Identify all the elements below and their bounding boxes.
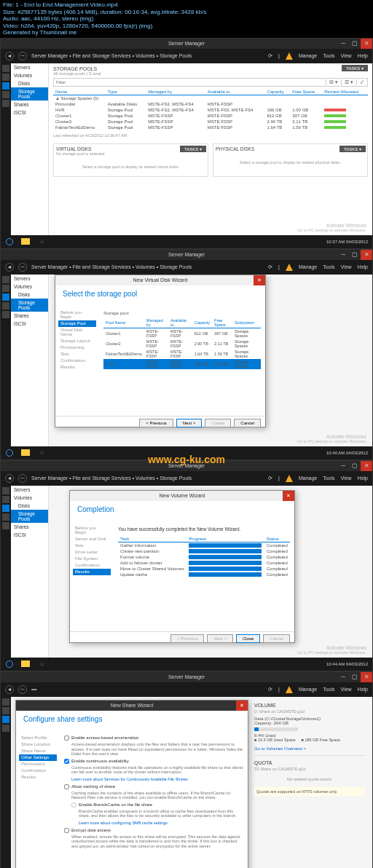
previous-button[interactable]: < Previous	[139, 419, 173, 427]
window-titlebar: Server Manager─▢✕	[1, 39, 372, 49]
sidebar-item-shares[interactable]: Shares	[11, 100, 48, 108]
volumes-overview-link[interactable]: Go to Volumes Overview >	[254, 746, 365, 751]
close-icon[interactable]: ✕	[254, 275, 265, 285]
table-group[interactable]: ▲ Storage Spaces (5)	[53, 95, 368, 101]
chk-encrypt[interactable]: Encrypt data access	[64, 828, 243, 833]
main-panel: TASKS ▾ STORAGE POOLS All storage pools …	[49, 63, 372, 235]
filter-bar: ⊞ ▾☰ ▾⤢	[53, 78, 368, 87]
create-button[interactable]: Create	[205, 419, 231, 427]
close-icon[interactable]: ✕	[283, 491, 294, 501]
new-virtual-disk-wizard: New Virtual Disk Wizard✕ Select the stor…	[55, 275, 266, 427]
notification-flag-icon[interactable]	[286, 52, 293, 60]
table-row[interactable]: Cluster2MSTE-FSSPMSTE-FSSP2.90 TB2.11 TB…	[103, 339, 261, 349]
storage-pools-table: NameTypeManaged byAvailable toCapacityFr…	[53, 89, 368, 130]
chk-cache[interactable]: Allow caching of share	[64, 784, 243, 789]
close-button[interactable]: Close	[236, 634, 260, 643]
activate-windows: Activate WindowsGo to PC settings to act…	[297, 223, 366, 232]
screenshot-3: Server Manager─▢✕ ◄─Server Manager • Fil…	[0, 460, 373, 671]
chk-abe[interactable]: Enable access-based enumeration	[64, 735, 243, 741]
table-row: Update cacheCompleted	[118, 572, 290, 577]
wizard-steps: Before you BeginStorage PoolVirtual Disk…	[55, 307, 99, 416]
breadcrumb[interactable]: Server Manager • File and Storage Servic…	[31, 53, 264, 58]
taskbar: ▣10:37 AM 04/03/2012	[1, 235, 372, 248]
table-row[interactable]: FabianTechEdDemoMSTE-FSSPMSTE-FSSP1.64 T…	[103, 349, 261, 359]
menu-tools[interactable]: Tools	[323, 53, 334, 58]
usage-bar	[254, 727, 298, 731]
menu-manage[interactable]: Manage	[299, 53, 317, 58]
maximize-icon[interactable]: ▢	[349, 39, 361, 49]
screenshot-1: Server Manager─▢✕ ◄ ─ Server Manager • F…	[0, 38, 373, 249]
cancel-button[interactable]: Cancel	[234, 419, 261, 427]
sidebar-item-disks[interactable]: Disks	[11, 79, 48, 87]
minimize-icon[interactable]: ─	[337, 39, 349, 49]
chk-ca[interactable]: Enable continuous availability	[64, 759, 243, 764]
clock[interactable]: 10:37 AM 04/03/2012	[326, 240, 371, 244]
menu-view[interactable]: View	[341, 53, 352, 58]
screenshot-2: Server Manager─▢✕ ◄─Server Manager • Fil…	[0, 249, 373, 460]
sidebar: Servers Volumes Disks Storage Pools Shar…	[11, 63, 49, 235]
table-row[interactable]: Cluster1Storage PoolMSTE-FSSPMSTE-FSSP81…	[53, 113, 368, 119]
close-icon[interactable]: ✕	[361, 39, 372, 49]
watermark-cgku: www.cg-ku.com	[148, 454, 225, 465]
close-icon[interactable]: ✕	[236, 701, 248, 711]
server-manager-icon[interactable]: ▣	[34, 237, 49, 247]
table-row: Gather informationCompleted	[118, 542, 290, 548]
dialog-titlebar: New Virtual Disk Wizard✕	[55, 275, 265, 285]
screenshot-4: Server Manager─▢✕ ◄─•••⟳|ManageToolsView…	[0, 671, 373, 868]
back-icon[interactable]: ◄	[5, 52, 14, 60]
explorer-icon[interactable]	[18, 237, 33, 247]
table-row[interactable]: Cluster2Storage PoolMSTE-FSSPMSTE-FSSP2.…	[53, 119, 368, 125]
tasks-dropdown[interactable]: TASKS ▾	[342, 65, 368, 71]
app-header: ◄ ─ Server Manager • File and Storage Se…	[1, 49, 372, 63]
right-panels: VOLUME D: Share on CAUMSTE-g1d Data (C:\…	[251, 700, 368, 868]
table-row: Format volumeCompleted	[118, 554, 290, 560]
pool-selection-table: Pool NameManaged byAvailable toCapacityF…	[103, 317, 261, 369]
menu-help[interactable]: Help	[358, 53, 368, 58]
left-iconbar	[1, 63, 11, 235]
table-row: Move to Cluster Shared VolumesCompleted	[118, 566, 290, 572]
file-metadata: File: 1 - End to End Management Video.mp…	[0, 0, 373, 38]
chk-branchcache[interactable]: Enable BranchCache on the file share	[71, 802, 243, 808]
refresh-icon[interactable]: ⟳	[268, 53, 272, 59]
table-row: Add to failover clusterCompleted	[118, 560, 290, 566]
table-row[interactable]: FabianTechEdDemoStorage PoolMSTE-FSSPMST…	[53, 125, 368, 130]
new-volume-wizard: New Volume Wizard✕ Completion Before you…	[69, 490, 295, 643]
table-row[interactable]: HVRStorage PoolMSTE-FS2, MSTE-FS4MSTE-FS…	[53, 107, 368, 113]
next-button[interactable]: Next >	[176, 419, 203, 427]
dialog-heading: Select the storage pool	[55, 285, 265, 302]
sidebar-item-volumes[interactable]: Volumes	[11, 71, 48, 79]
expand-icon[interactable]: ⤢	[356, 79, 367, 85]
table-row: Create new partitionCompleted	[118, 548, 290, 554]
sidebar-item-storage-pools[interactable]: Storage Pools	[11, 87, 48, 100]
forward-icon[interactable]: ─	[18, 52, 27, 60]
virtual-disks-panel: TASKS ▾VIRTUAL DISKSNo storage pool is s…	[53, 143, 208, 177]
new-share-wizard: New Share Wizard✕ Configure share settin…	[15, 700, 248, 868]
panel-title: STORAGE POOLS	[53, 66, 368, 71]
table-row[interactable]: PoolMSTE-FSSPMSTE-FSSP694 GB693 GBStorag…	[103, 359, 261, 369]
table-row[interactable]: Cluster1MSTE-FSSPMSTE-FSSP812 GB397 GBSt…	[103, 328, 261, 339]
sidebar-item-servers[interactable]: Servers	[11, 63, 48, 71]
physical-disks-panel: TASKS ▾PHYSICAL DISKSSelect a storage po…	[213, 143, 368, 177]
ie-icon[interactable]	[2, 237, 17, 247]
table-row[interactable]: PrimordialAvailable DisksMSTE-FS2, MSTE-…	[53, 101, 368, 107]
filter-input[interactable]	[54, 80, 326, 84]
sidebar-item-iscsi[interactable]: iSCSI	[11, 108, 48, 117]
filter-dropdown-icon[interactable]: ⊞ ▾	[326, 79, 341, 85]
